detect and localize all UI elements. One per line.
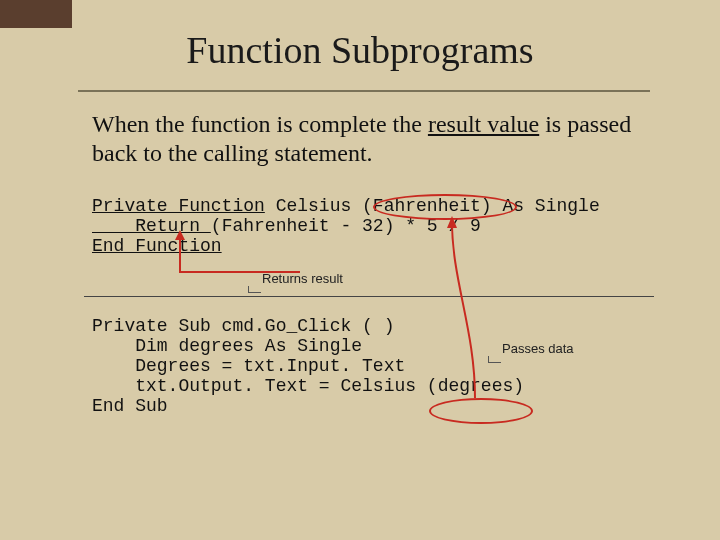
callout-line bbox=[248, 286, 261, 293]
title-underline bbox=[78, 90, 650, 92]
code-line: Private Sub cmd.Go_Click ( ) bbox=[92, 316, 394, 336]
kw: Private Function bbox=[92, 196, 265, 216]
code-line: txt.Output. Text = Celsius (degrees) bbox=[92, 376, 524, 396]
code-line: Dim degrees As Single bbox=[92, 336, 362, 356]
intro-emph: result value bbox=[428, 111, 539, 137]
code-line: Degrees = txt.Input. Text bbox=[92, 356, 405, 376]
code-line: End Sub bbox=[92, 396, 168, 416]
corner-decor bbox=[0, 0, 72, 28]
label-returns-result: Returns result bbox=[258, 270, 347, 287]
annotation-arrows bbox=[0, 0, 720, 540]
intro-text: When the function is complete the result… bbox=[92, 110, 632, 168]
kw: Return bbox=[92, 216, 211, 236]
intro-pre: When the function is complete the bbox=[92, 111, 428, 137]
slide-title: Function Subprograms bbox=[0, 28, 720, 72]
callout-line bbox=[488, 356, 501, 363]
oval-degrees-arg bbox=[429, 398, 533, 424]
divider bbox=[84, 296, 654, 297]
oval-fahrenheit-param bbox=[373, 194, 517, 220]
label-passes-data: Passes data bbox=[498, 340, 578, 357]
kw: End Function bbox=[92, 236, 222, 256]
code-block-function: Private Function Celsius (Fahrenheit) As… bbox=[92, 196, 600, 256]
